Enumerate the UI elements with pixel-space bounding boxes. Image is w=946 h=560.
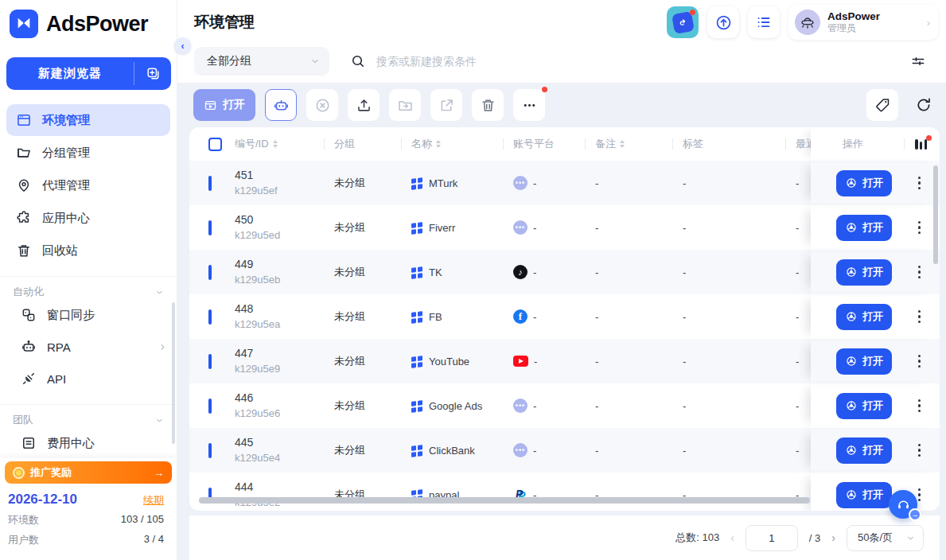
- sidebar-item-window-sync[interactable]: 窗口同步: [0, 299, 177, 331]
- return-old-version-button[interactable]: [667, 6, 699, 38]
- column-settings-button[interactable]: [915, 138, 927, 150]
- promo-rewards-banner[interactable]: 推广奖励 →: [5, 461, 172, 484]
- env-name-cell[interactable]: Fiverr: [411, 222, 513, 234]
- row-checkbox[interactable]: [208, 443, 212, 458]
- open-environment-button[interactable]: 打开: [836, 348, 892, 375]
- env-group: 未分组: [334, 220, 411, 235]
- env-group: 未分组: [334, 354, 411, 368]
- sidebar-scrollbar[interactable]: [172, 302, 175, 444]
- sort-icon[interactable]: [620, 140, 625, 148]
- sort-icon[interactable]: [273, 140, 278, 148]
- user-account-menu[interactable]: AdsPower 管理员 ›: [788, 5, 938, 40]
- new-browser-button[interactable]: 新建浏览器: [6, 57, 171, 90]
- row-checkbox[interactable]: [208, 220, 212, 235]
- sidebar-item-proxies[interactable]: 代理管理: [6, 169, 170, 201]
- renew-link[interactable]: 续期: [143, 493, 164, 508]
- column-header-group[interactable]: 分组: [334, 137, 411, 151]
- row-checkbox[interactable]: [208, 176, 212, 191]
- open-environment-button[interactable]: 打开: [836, 438, 892, 464]
- tiktok-icon: ♪: [513, 265, 528, 279]
- column-header-tag[interactable]: 标签: [683, 137, 796, 151]
- refresh-button[interactable]: [908, 89, 940, 121]
- search-input[interactable]: [376, 55, 887, 68]
- env-name-cell[interactable]: MTurk: [411, 177, 513, 189]
- page-number-input[interactable]: [746, 525, 798, 551]
- new-browser-label: 新建浏览器: [6, 57, 134, 90]
- sidebar-item-api[interactable]: API: [0, 363, 177, 395]
- promo-label: 推广奖励: [30, 465, 72, 480]
- row-checkbox[interactable]: [208, 309, 212, 325]
- sidebar-item-recycle-bin[interactable]: 回收站: [6, 235, 170, 266]
- row-checkbox[interactable]: [208, 354, 212, 369]
- table-row: 446k129u5e6 未分组 Google Ads •••- - - - 打开: [189, 383, 940, 428]
- table-horizontal-scrollbar[interactable]: [199, 497, 810, 504]
- open-environment-button[interactable]: 打开: [836, 393, 892, 419]
- next-page-button[interactable]: ›: [831, 531, 835, 544]
- row-more-menu[interactable]: [918, 399, 921, 413]
- other-platform-icon: •••: [513, 399, 528, 413]
- browser-globe-icon: [845, 310, 858, 323]
- section-team[interactable]: 团队: [0, 404, 177, 427]
- customer-support-button[interactable]: →: [889, 490, 917, 519]
- select-all-checkbox[interactable]: [208, 138, 222, 151]
- delete-button[interactable]: [472, 89, 504, 121]
- env-id: k129u5eb: [235, 273, 334, 288]
- sidebar-collapse-button[interactable]: ‹: [174, 37, 191, 54]
- open-selected-button[interactable]: 打开: [193, 89, 255, 121]
- open-environment-button[interactable]: 打开: [836, 259, 892, 286]
- row-more-menu[interactable]: [918, 310, 921, 324]
- sidebar-item-environment[interactable]: 环境管理: [6, 104, 170, 136]
- stat-label: 用户数: [8, 533, 39, 547]
- open-environment-button[interactable]: 打开: [836, 170, 892, 196]
- advanced-filter-button[interactable]: [908, 53, 928, 69]
- env-last-open: -: [796, 177, 811, 189]
- row-more-menu[interactable]: [918, 221, 921, 235]
- check-update-icon: [714, 14, 733, 32]
- env-name-cell[interactable]: FB: [411, 311, 513, 323]
- row-more-menu[interactable]: [918, 177, 921, 190]
- check-update-button[interactable]: [707, 6, 739, 38]
- open-environment-button[interactable]: 打开: [836, 215, 892, 241]
- page-size-select[interactable]: 50条/页: [847, 525, 924, 551]
- rpa-robot-icon: [273, 97, 290, 114]
- sort-icon[interactable]: [436, 140, 441, 148]
- more-actions-button[interactable]: [513, 89, 545, 121]
- env-name-cell[interactable]: TK: [411, 266, 513, 278]
- row-checkbox[interactable]: [208, 399, 212, 414]
- row-more-menu[interactable]: [918, 444, 921, 457]
- column-header-last-open[interactable]: 最近打开: [796, 137, 811, 151]
- column-header-id[interactable]: 编号/ID: [235, 137, 334, 151]
- sidebar-item-billing-center[interactable]: 费用中心: [0, 427, 177, 459]
- row-more-menu[interactable]: [918, 355, 921, 368]
- column-header-remark[interactable]: 备注: [595, 137, 683, 151]
- section-automation[interactable]: 自动化: [0, 276, 177, 299]
- upload-button[interactable]: [348, 89, 380, 121]
- row-more-menu[interactable]: [918, 488, 921, 502]
- env-name-cell[interactable]: ClickBank: [411, 445, 513, 457]
- browser-globe-icon: [845, 177, 858, 189]
- sidebar-item-rpa[interactable]: RPA: [0, 331, 177, 363]
- column-header-name[interactable]: 名称: [411, 137, 513, 151]
- open-environment-button[interactable]: 打开: [836, 304, 892, 330]
- sidebar-item-groups[interactable]: 分组管理: [6, 137, 170, 169]
- search-icon: [350, 53, 366, 69]
- open-environment-button[interactable]: 打开: [836, 482, 892, 508]
- task-list-button[interactable]: [748, 6, 780, 38]
- column-header-action: 操作: [843, 137, 863, 151]
- row-checkbox[interactable]: [208, 265, 212, 280]
- rpa-task-button[interactable]: [265, 89, 297, 121]
- env-remark: -: [595, 400, 683, 412]
- prev-page-button[interactable]: ‹: [730, 531, 734, 544]
- env-number: 446: [235, 390, 334, 406]
- table-vertical-scrollbar[interactable]: [933, 165, 938, 264]
- platform-account: -: [533, 445, 536, 457]
- stat-value: 3 / 4: [144, 533, 164, 547]
- group-filter-select[interactable]: 全部分组: [194, 47, 329, 76]
- new-browser-quick-add-button[interactable]: [134, 57, 171, 90]
- column-header-platform[interactable]: 账号平台: [513, 137, 595, 151]
- tag-manager-button[interactable]: [866, 89, 898, 121]
- row-more-menu[interactable]: [918, 266, 921, 279]
- env-name-cell[interactable]: Google Ads: [411, 400, 513, 412]
- sidebar-item-app-center[interactable]: 应用中心: [6, 202, 170, 234]
- env-name-cell[interactable]: YouTube: [411, 356, 513, 368]
